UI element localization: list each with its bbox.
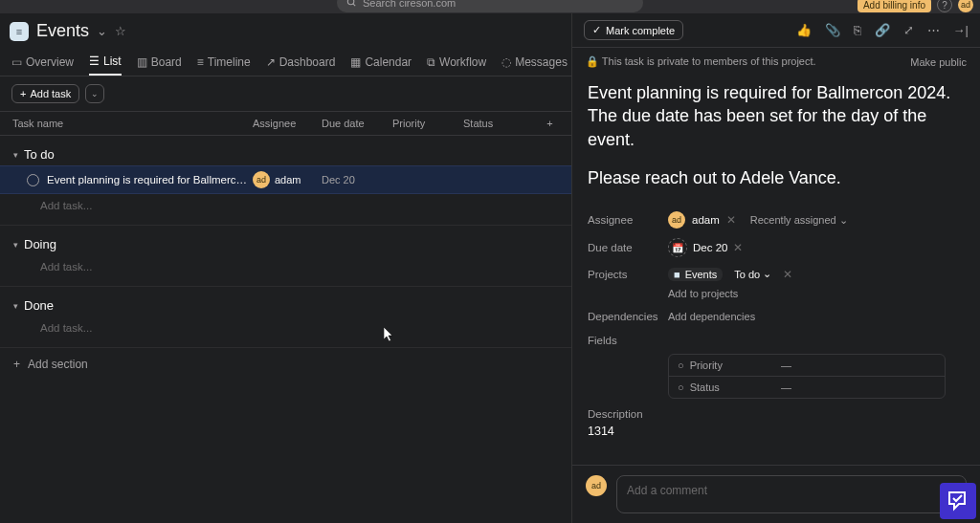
due-value[interactable]: Dec 20: [693, 242, 727, 253]
caret-down-icon: ▾: [13, 150, 18, 160]
more-icon[interactable]: ⋯: [927, 23, 940, 37]
task-title[interactable]: Event planning is required for Ballmerco…: [588, 81, 965, 151]
make-public-link[interactable]: Make public: [910, 56, 967, 68]
task-name: Event planning is required for Ballmerco…: [47, 174, 253, 185]
add-task-button[interactable]: + Add task: [11, 84, 79, 103]
help-icon[interactable]: ?: [937, 0, 952, 12]
add-task-inline-todo[interactable]: Add task...: [0, 194, 571, 217]
task-assignee: ad adam: [253, 171, 322, 188]
add-to-projects-link[interactable]: Add to projects: [668, 286, 965, 306]
remove-project-button[interactable]: ✕: [783, 268, 792, 281]
calendar-icon[interactable]: 📅: [668, 238, 687, 257]
lock-icon: 🔒: [586, 55, 599, 67]
field-status[interactable]: ○Status —: [669, 377, 945, 398]
project-section-dropdown[interactable]: To do⌄: [729, 267, 776, 281]
svg-line-1: [353, 3, 355, 5]
link-icon[interactable]: 🔗: [875, 23, 890, 37]
assignee-value[interactable]: adam: [692, 214, 720, 226]
label-deps: Dependencies: [588, 311, 668, 322]
project-chip[interactable]: ■ Events: [668, 268, 723, 281]
label-assignee: Assignee: [588, 214, 668, 226]
label-fields: Fields: [588, 335, 668, 346]
search-placeholder: Search cireson.com: [363, 0, 456, 9]
tab-board[interactable]: ▥Board: [137, 50, 182, 75]
tab-calendar[interactable]: ▦Calendar: [350, 50, 412, 75]
col-due: Due date: [322, 118, 392, 129]
tab-list[interactable]: ☰List: [89, 49, 122, 76]
user-avatar[interactable]: ad: [958, 0, 973, 12]
col-name: Task name: [0, 118, 253, 129]
label-description: Description: [588, 408, 965, 420]
like-icon[interactable]: 👍: [796, 23, 812, 37]
section-todo[interactable]: ▾ To do: [0, 143, 571, 165]
privacy-notice: 🔒 This task is private to members of thi…: [586, 55, 816, 68]
project-title: Events: [36, 21, 89, 41]
label-projects: Projects: [588, 269, 668, 280]
task-due: Dec 20: [322, 174, 392, 185]
status-icon: ○: [678, 381, 684, 393]
fields-table: ○Priority — ○Status —: [668, 354, 946, 399]
field-priority[interactable]: ○Priority —: [669, 355, 945, 377]
label-due: Due date: [588, 242, 668, 253]
add-billing-button[interactable]: Add billing info: [858, 0, 931, 12]
tab-timeline[interactable]: ≡Timeline: [197, 50, 251, 75]
check-icon: ✓: [592, 24, 601, 36]
complete-checkbox[interactable]: [27, 174, 39, 186]
close-icon[interactable]: →|: [953, 23, 969, 37]
chevron-down-icon: ⌄: [839, 214, 848, 227]
add-section-button[interactable]: + Add section: [0, 348, 571, 381]
section-done[interactable]: ▾ Done: [0, 294, 571, 316]
remove-assignee-button[interactable]: ✕: [726, 213, 736, 227]
add-task-dropdown[interactable]: ⌄: [85, 84, 104, 103]
tab-workflow[interactable]: ⧉Workflow: [427, 50, 486, 75]
recently-assigned-link[interactable]: Recently assigned⌄: [750, 214, 848, 227]
tab-dashboard[interactable]: ↗Dashboard: [266, 50, 336, 75]
add-task-inline-done[interactable]: Add task...: [0, 316, 571, 339]
col-assignee: Assignee: [253, 118, 322, 129]
add-task-inline-doing[interactable]: Add task...: [0, 255, 571, 278]
col-priority: Priority: [392, 118, 463, 129]
subtask-icon[interactable]: ⎘: [854, 23, 861, 37]
fullscreen-icon[interactable]: ⤢: [903, 23, 914, 37]
list-pane: ≡ Events ⌄ ☆ ▭Overview ☰List ▥Board ≡Tim…: [0, 13, 572, 523]
attach-icon[interactable]: 📎: [825, 23, 840, 37]
avatar-icon: ad: [253, 171, 270, 188]
task-title-2[interactable]: Please reach out to Adele Vance.: [588, 166, 965, 189]
top-bar: Search cireson.com Add billing info ? ad: [0, 0, 980, 13]
description-body[interactable]: 1314: [588, 425, 965, 438]
bot-badge-icon[interactable]: [940, 483, 976, 519]
avatar-icon: ad: [668, 211, 685, 229]
caret-down-icon: ▾: [13, 240, 18, 250]
section-doing[interactable]: ▾ Doing: [0, 233, 571, 255]
column-headers: Task name Assignee Due date Priority Sta…: [0, 111, 571, 136]
comment-avatar: ad: [586, 475, 607, 496]
project-icon: ≡: [10, 22, 29, 41]
star-icon[interactable]: ☆: [115, 24, 126, 38]
comment-input[interactable]: Add a comment: [616, 475, 967, 513]
priority-icon: ○: [678, 360, 684, 371]
caret-down-icon: ▾: [13, 301, 18, 311]
plus-icon: +: [13, 358, 20, 371]
chevron-down-icon[interactable]: ⌄: [97, 24, 107, 38]
search-icon: [346, 0, 357, 10]
tab-messages[interactable]: ◌Messages: [501, 50, 568, 75]
add-column-button[interactable]: +: [528, 118, 571, 129]
chevron-down-icon: ⌄: [763, 268, 771, 280]
task-row[interactable]: Event planning is required for Ballmerco…: [0, 165, 571, 194]
mark-complete-button[interactable]: ✓ Mark complete: [584, 20, 683, 40]
remove-due-button[interactable]: ✕: [733, 241, 743, 254]
col-status: Status: [463, 118, 528, 129]
tab-overview[interactable]: ▭Overview: [11, 50, 74, 75]
detail-pane: ✓ Mark complete 👍 📎 ⎘ 🔗 ⤢ ⋯ →| 🔒 This ta…: [572, 13, 980, 523]
search-input[interactable]: Search cireson.com: [337, 0, 643, 12]
tabs: ▭Overview ☰List ▥Board ≡Timeline ↗Dashbo…: [0, 49, 571, 76]
add-dependencies-link[interactable]: Add dependencies: [668, 311, 755, 322]
